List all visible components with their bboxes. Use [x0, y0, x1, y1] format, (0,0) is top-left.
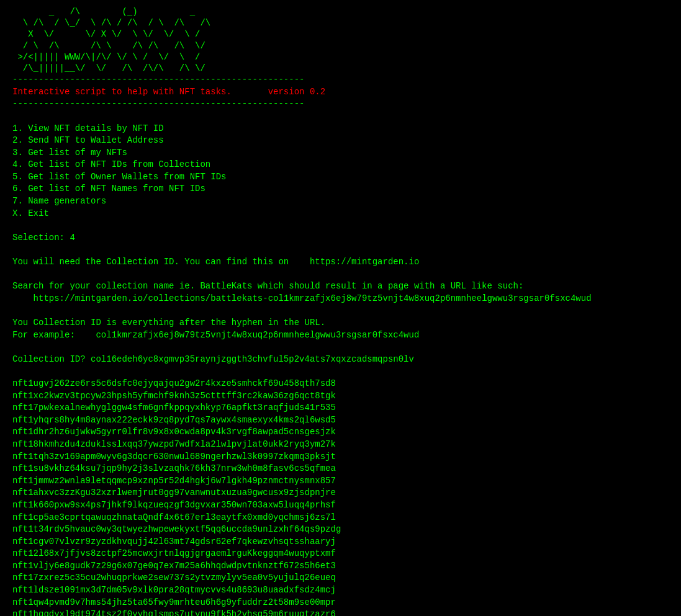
list-item: nft1hqgdyxl9dt974tsz2f0yyhglsmps7utynu9f… [12, 609, 669, 616]
divider-bottom: ----------------------------------------… [12, 98, 669, 110]
list-item: nft18hkmhzdu4zduklsslxqq37ywzpd7wdfxla2l… [12, 439, 669, 451]
menu-item-x[interactable]: X. Exit [12, 208, 669, 220]
list-item: nft1k660pxw9sx4ps7jhkf9lkqzueqzgf3dgvxar… [12, 499, 669, 512]
list-item: nft1jmmwz2wnla9letqqmcp9xznp5r52d4hgkj6w… [12, 475, 669, 488]
list-item: nft1dhr2hz6ujwkw5gyrr0lfr8v9x8x0cwda8pv4… [12, 426, 669, 439]
menu-item-1[interactable]: 1. View NFT details by NFT ID [12, 123, 669, 135]
nft-list: nft1ugvj262ze6rs5c6dsfc0ejyqajqu2gw2r4kx… [12, 378, 669, 616]
list-item: nft1t34rdv5hvauc0wy3qtwyezhwpewekyxtf5qq… [12, 524, 669, 536]
menu-item-3[interactable]: 3. Get list of my NFTs [12, 147, 669, 159]
ascii-art-title: _ /\ (_) _ \ /\ / \_/ \ /\ / /\ / \ /\ /… [12, 6, 669, 74]
info-line-1: You will need the Collection ID. You can… [12, 256, 669, 269]
menu-item-6[interactable]: 6. Get list of NFT Names from NFT IDs [12, 183, 669, 195]
list-item: nft17zxrez5c35cu2whuqprkwe2sew737s2ytvzm… [12, 572, 669, 584]
list-item: nft1ahxvc3zzKgu32xzrlwemjrut0gg97vanwnut… [12, 487, 669, 499]
selection-prompt: Selection: 4 [12, 232, 669, 244]
menu-item-5[interactable]: 5. Get list of Owner Wallets from NFT ID… [12, 171, 669, 184]
menu: 1. View NFT details by NFT ID 2. Send NF… [12, 123, 669, 220]
subtitle: Interactive script to help with NFT task… [12, 86, 669, 99]
list-item: nft12l68x7jfjvs8zctpf25mcwxjrtnlqgjgrgae… [12, 548, 669, 560]
info-line-3: https://mintgarden.io/collections/battle… [12, 293, 669, 305]
info-line-2: Search for your collection name ie. Batt… [12, 280, 669, 293]
list-item: nft1cp5ae3cprtqawuqzhnataQndf4x6t67erl3e… [12, 512, 669, 524]
list-item: nft1tqh3zv169apm0wyv6g3dqcr630nwul689nge… [12, 451, 669, 463]
list-item: nft1ugvj262ze6rs5c6dsfc0ejyqajqu2gw2r4kx… [12, 378, 669, 390]
info-line-4: You Collection ID is everything after th… [12, 317, 669, 329]
collection-id-prompt: Collection ID? col16edeh6yc8xgmvp35raynj… [12, 354, 669, 366]
menu-item-4[interactable]: 4. Get list of NFT IDs from Collection [12, 159, 669, 171]
info-line-5: For example: col1kmrzafjx6ej8w79tz5vnjt4… [12, 329, 669, 342]
terminal: _ /\ (_) _ \ /\ / \_/ \ /\ / /\ / \ /\ /… [12, 6, 669, 616]
list-item: nft1ldsze1091mx3d7dm05v9xlk0pra28qtmycvv… [12, 584, 669, 597]
menu-item-2[interactable]: 2. Send NFT to Wallet Address [12, 135, 669, 147]
list-item: nft1cgv07vlvzr9zyzdkhvqujj42l63mt74gdsr6… [12, 536, 669, 548]
divider-top: ----------------------------------------… [12, 74, 669, 86]
list-item: nft1yhqrs8hy4m8aynax222eckk9zq8pyd7qs7ay… [12, 414, 669, 427]
list-item: nft1qw4pvmd9v7hms54jhz5ta65fwy9mrhteu6h6… [12, 597, 669, 609]
menu-item-7[interactable]: 7. Name generators [12, 195, 669, 208]
list-item: nft1vljy6e8gudk7z29g6x07ge0q7ex7m25a6hhq… [12, 560, 669, 573]
list-item: nft1su8vkhz64ksu7jqp9hy2j3slvzaqhk76kh37… [12, 463, 669, 475]
list-item: nft1xc2kwzv3tpcyw23hpsh5yfmchf9knh3z5ctt… [12, 390, 669, 403]
list-item: nft17pwkexalnewhyglggw4sfm6gnfkppqyxhkyp… [12, 402, 669, 414]
